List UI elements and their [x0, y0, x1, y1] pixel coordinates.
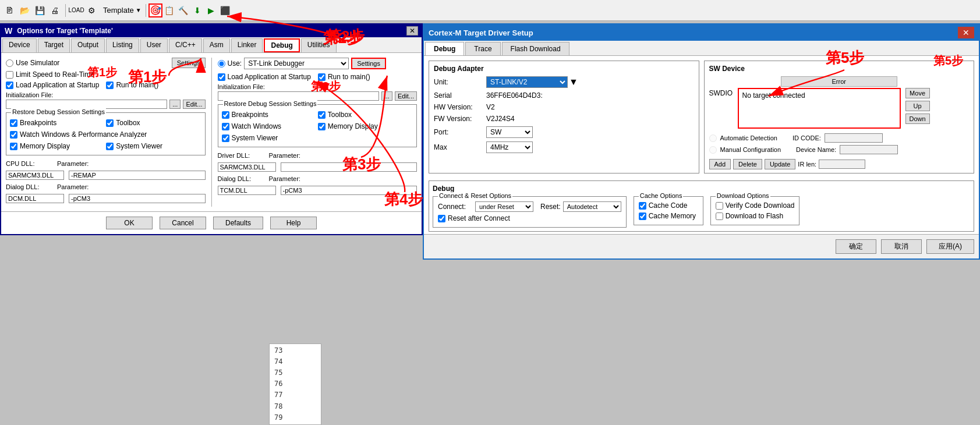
run-to-main-check-left[interactable] — [106, 82, 114, 89]
init-input-left[interactable] — [6, 100, 167, 109]
cortex-dialog: Cortex-M Target Driver Setup ✕ Debug Tra… — [423, 23, 980, 260]
print-icon[interactable]: 🖨 — [48, 3, 62, 17]
use-debugger-radio[interactable] — [218, 60, 225, 68]
toolbox-check-left[interactable] — [106, 119, 114, 127]
watch-windows-perf-check[interactable] — [10, 131, 17, 139]
cortex-apply-btn[interactable]: 应用(A) — [926, 239, 974, 254]
options-close-btn[interactable]: ✕ — [406, 26, 418, 36]
download-icon[interactable]: ⬇ — [190, 3, 204, 17]
down-btn[interactable]: Down — [905, 114, 930, 124]
cancel-btn[interactable]: Cancel — [160, 217, 206, 229]
reset-select[interactable]: Autodetect — [563, 201, 621, 212]
cortex-close-btn[interactable]: ✕ — [958, 27, 974, 38]
load-app-check-right[interactable] — [218, 73, 225, 81]
cpu-dll-input[interactable] — [6, 171, 64, 180]
cortex-ok-btn[interactable]: 确定 — [836, 239, 876, 254]
use-simulator-radio[interactable] — [6, 59, 13, 67]
init-edit-btn-left[interactable]: Edit... — [183, 100, 205, 109]
init-input-right[interactable] — [218, 91, 379, 101]
cortex-cancel-btn[interactable]: 取消 — [881, 239, 922, 254]
save-icon[interactable]: 💾 — [33, 3, 47, 17]
cache-memory-check[interactable] — [639, 212, 646, 220]
breakpoints-check-left[interactable] — [10, 119, 17, 127]
memory-display-check-right[interactable] — [318, 123, 326, 130]
tab-output[interactable]: Output — [71, 38, 105, 52]
up-btn[interactable]: Up — [905, 101, 930, 111]
debug-icon[interactable]: ▶ — [204, 3, 218, 17]
port-select[interactable]: SW — [486, 126, 533, 138]
dialog-dll-param-input-left[interactable] — [69, 194, 206, 203]
connect-select[interactable]: under Reset — [475, 201, 533, 212]
cortex-tab-trace[interactable]: Trace — [465, 42, 500, 55]
debugger-select[interactable]: ST-Link Debugger — [244, 58, 349, 69]
tab-utilities[interactable]: Utilities — [301, 38, 337, 52]
options-right-col: Use: ST-Link Debugger Settings 第3步 Load … — [218, 58, 418, 207]
verify-code-check[interactable] — [716, 202, 723, 210]
update-btn[interactable]: Update — [765, 159, 795, 169]
run-to-main-check-right[interactable] — [318, 73, 326, 81]
target-options-icon[interactable]: 🎯 — [148, 3, 162, 17]
load-app-check-left[interactable] — [6, 82, 13, 89]
run-icon[interactable]: ⬛ — [218, 3, 232, 17]
tab-cpp[interactable]: C/C++ — [169, 38, 202, 52]
download-to-flash-row: Download to Flash — [716, 212, 795, 220]
help-btn[interactable]: Help — [270, 217, 317, 229]
cortex-tab-debug[interactable]: Debug — [425, 42, 464, 55]
rebuild-icon[interactable]: 🔨 — [176, 3, 190, 17]
tab-target[interactable]: Target — [38, 38, 70, 52]
init-edit-btn-right[interactable]: Edit... — [395, 91, 417, 101]
unit-select[interactable]: ST-LINK/V2 — [486, 76, 568, 88]
breakpoints-check-right[interactable] — [222, 111, 229, 119]
delete-btn[interactable]: Delete — [733, 159, 762, 169]
tab-device[interactable]: Device — [2, 38, 37, 52]
unit-dropdown-icon[interactable]: ▼ — [569, 77, 578, 87]
serial-label: Serial — [434, 91, 486, 100]
limit-speed-check[interactable] — [6, 71, 13, 79]
open-icon[interactable]: 📂 — [17, 3, 31, 17]
right-settings-btn[interactable]: Settings — [351, 58, 386, 69]
watch-windows-check-right[interactable] — [222, 123, 229, 130]
unit-label: Unit: — [434, 78, 486, 86]
toolbox-check-right[interactable] — [318, 111, 326, 119]
system-viewer-check-right[interactable] — [222, 134, 229, 142]
build-icon[interactable]: 📋 — [162, 3, 176, 17]
manual-config-radio[interactable] — [709, 146, 717, 154]
settings-icon[interactable]: ⚙ — [84, 3, 98, 17]
cpu-dll-param-input[interactable] — [69, 171, 206, 180]
memory-display-check-left[interactable] — [10, 143, 17, 150]
cortex-bottom-buttons: 确定 取消 应用(A) — [424, 234, 979, 258]
id-code-input[interactable] — [825, 133, 883, 143]
no-target-text: No target connected — [742, 91, 805, 100]
driver-dll-input[interactable] — [218, 162, 276, 172]
ok-btn[interactable]: OK — [106, 217, 153, 229]
reset-after-check[interactable] — [438, 215, 445, 222]
device-name-input[interactable] — [840, 145, 898, 154]
tab-linker[interactable]: Linker — [231, 38, 263, 52]
hw-version-label: HW Version: — [434, 103, 486, 111]
cortex-tab-flash[interactable]: Flash Download — [502, 42, 569, 55]
tab-asm[interactable]: Asm — [203, 38, 230, 52]
init-browse-btn-left[interactable]: ... — [169, 100, 181, 109]
move-btn[interactable]: Move — [905, 88, 930, 98]
driver-dll-param-input[interactable] — [281, 162, 418, 172]
cache-code-check[interactable] — [639, 202, 646, 210]
tab-listing[interactable]: Listing — [106, 38, 139, 52]
system-viewer-check-left[interactable] — [106, 143, 114, 150]
left-settings-btn[interactable]: Settings — [172, 58, 206, 68]
defaults-btn[interactable]: Defaults — [213, 217, 263, 229]
download-to-flash-check[interactable] — [716, 212, 723, 220]
tab-user[interactable]: User — [140, 38, 168, 52]
load-icon[interactable]: LOAD — [69, 3, 83, 17]
add-btn[interactable]: Add — [709, 159, 731, 169]
auto-detect-radio[interactable] — [709, 134, 717, 142]
dialog-dll-input-left[interactable] — [6, 194, 64, 203]
dialog-dll-param-input-right[interactable] — [281, 186, 418, 195]
toolbar-dropdown[interactable]: ▼ — [134, 3, 143, 17]
auto-detect-label: Automatic Detection — [720, 134, 777, 141]
max-select[interactable]: 4MHz — [486, 141, 533, 153]
init-browse-btn-right[interactable]: ... — [381, 91, 392, 101]
new-icon[interactable]: 🖹 — [2, 3, 16, 17]
dialog-dll-input-right[interactable] — [218, 186, 276, 195]
tab-debug[interactable]: Debug — [264, 38, 299, 52]
ir-len-input[interactable] — [819, 160, 865, 169]
